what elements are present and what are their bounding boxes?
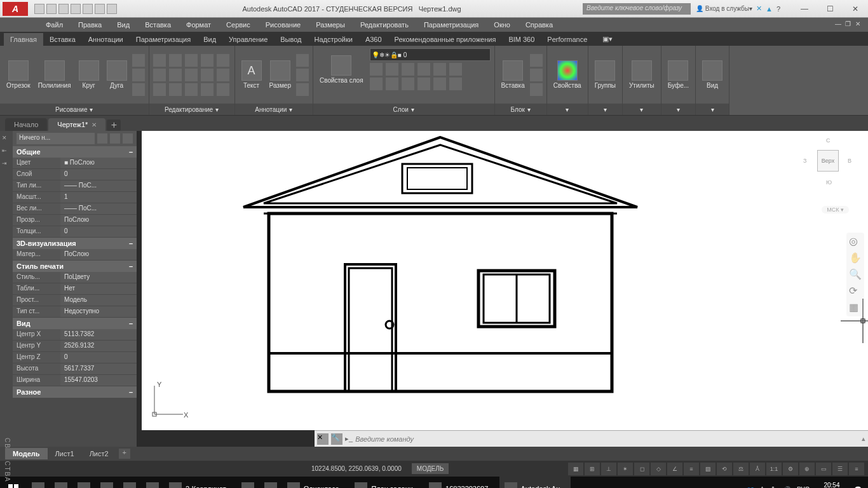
blk-ic-1[interactable] (530, 54, 543, 67)
ribtab-output[interactable]: Вывод (274, 33, 308, 46)
ribtab-performance[interactable]: Performance (541, 33, 593, 46)
status-annomon-icon[interactable]: ⊕ (799, 463, 815, 475)
ribtab-bim360[interactable]: BIM 360 (502, 33, 541, 46)
help-search[interactable]: Введите ключевое слово/фразу (583, 3, 691, 15)
panel-draw-title[interactable]: Рисование ▾ (0, 104, 149, 115)
status-cycle-icon[interactable]: ⟲ (717, 463, 732, 475)
btn-circle[interactable]: Круг (76, 59, 102, 90)
pal-cat[interactable]: Стиль печати– (13, 261, 137, 272)
menu-edit[interactable]: Правка (71, 19, 109, 30)
pal-cat[interactable]: Разное– (13, 386, 137, 398)
selection-combo[interactable]: Ничего н... (17, 133, 95, 144)
mod-stretch-icon[interactable] (153, 83, 166, 96)
pal-cat[interactable]: Общие– (13, 146, 137, 158)
viewcube-top[interactable]: Верх (817, 150, 839, 172)
btn-dimension[interactable]: Размер (267, 59, 294, 90)
lay-ic-10[interactable] (417, 78, 430, 90)
draw-small-3[interactable] (132, 83, 145, 96)
annot-small-3[interactable] (296, 83, 309, 96)
menu-parametric[interactable]: Параметризация (416, 19, 486, 30)
pal-close-icon[interactable]: ✕ (2, 135, 11, 144)
ribtab-parametric[interactable]: Параметризация (130, 33, 197, 46)
annot-small-1[interactable] (296, 54, 309, 67)
status-otrack-icon[interactable]: ∠ (667, 463, 682, 475)
ribtab-featured[interactable]: Рекомендованные приложения (388, 33, 503, 46)
btn-groups[interactable]: Группы (592, 59, 618, 90)
pal-row[interactable]: Толщи...0 (13, 226, 137, 238)
menu-file[interactable]: Файл (38, 19, 71, 30)
drawing-canvas[interactable]: YX С З В Ю Верх МСК ▾ ◎ ✋ 🔍 ⟳ ▦ ✕ 🔧 ▸_ (137, 131, 868, 447)
pal-row[interactable]: Центр X5113.7382 (13, 329, 137, 341)
pal-row[interactable]: Тип ст...Недоступно (13, 306, 137, 318)
tray-notif-icon[interactable]: 💬 (854, 486, 862, 489)
pal-row[interactable]: Ширина15547.0203 (13, 375, 137, 386)
cmd-expand-icon[interactable]: ▴ (862, 435, 865, 443)
tray-vol-icon[interactable]: 🔊 (783, 486, 790, 489)
cmd-close-icon[interactable]: ✕ (317, 433, 329, 445)
mod-erase-icon[interactable] (201, 54, 214, 67)
btn-arc[interactable]: Дуга (104, 59, 130, 90)
ribtab-insert[interactable]: Вставка (43, 33, 82, 46)
status-snap-icon[interactable]: ⊞ (585, 463, 600, 475)
pal-row[interactable]: Центр Z0 (13, 352, 137, 363)
status-grid-icon[interactable]: ▦ (568, 463, 583, 475)
btn-polyline[interactable]: Полилиния (36, 59, 74, 90)
mod-rotate-icon[interactable] (169, 54, 182, 67)
btn-text[interactable]: AТекст (239, 59, 264, 90)
taskbar-item[interactable]: 2-Координат... (164, 477, 236, 488)
lay-ic-11[interactable] (433, 78, 446, 90)
qat-saveas-icon[interactable] (71, 4, 81, 14)
help-icon[interactable]: ? (776, 5, 780, 13)
annot-small-2[interactable] (296, 69, 309, 81)
taskbar-item[interactable] (72, 477, 95, 488)
lay-ic-6[interactable] (449, 63, 462, 76)
tray-people-icon[interactable]: 👥 (747, 486, 754, 489)
filetab-close-icon[interactable]: ✕ (92, 121, 97, 128)
draw-small-1[interactable] (132, 54, 145, 67)
mod-offset-icon[interactable] (217, 69, 229, 81)
menu-draw[interactable]: Рисование (258, 19, 308, 30)
panel-groups-title[interactable]: ▾ (588, 104, 622, 115)
doc-restore-icon[interactable]: ❐ (845, 20, 854, 29)
pal-pin-icon[interactable]: ⇤ (2, 147, 11, 156)
panel-annot-title[interactable]: Аннотации ▾ (235, 104, 313, 115)
pal-row[interactable]: Прозр...ПоСлою (13, 215, 137, 226)
draw-small-2[interactable] (132, 69, 145, 81)
tray-clock[interactable]: 20:5428.03.2019 (816, 482, 848, 488)
mod-mirror-icon[interactable] (169, 69, 182, 81)
ribtab-view[interactable]: Вид (197, 33, 222, 46)
mod-explode-icon[interactable] (217, 54, 229, 67)
app-logo[interactable]: A (3, 2, 28, 16)
taskbar-item[interactable] (236, 477, 259, 488)
lay-ic-1[interactable] (370, 63, 383, 76)
pal-row[interactable]: Стиль...ПоЦвету (13, 272, 137, 283)
lay-ic-7[interactable] (370, 78, 383, 90)
btn-insert-block[interactable]: Вставка (499, 59, 527, 90)
doc-close-icon[interactable]: ✕ (855, 20, 864, 29)
lay-ic-8[interactable] (386, 78, 398, 90)
ribtab-a360[interactable]: A360 (359, 33, 388, 46)
menu-dimension[interactable]: Размеры (308, 19, 353, 30)
mod-move-icon[interactable] (153, 54, 166, 67)
pal-row[interactable]: Центр Y2526.9132 (13, 341, 137, 352)
status-coords[interactable]: 10224.8500, 2250.0639, 0.0000 (305, 465, 408, 472)
layouttab-sheet1[interactable]: Лист1 (48, 448, 82, 459)
nav-wheel-icon[interactable]: ◎ (849, 235, 862, 248)
pal-row[interactable]: Слой0 (13, 169, 137, 180)
status-annovis-icon[interactable]: Å (750, 463, 765, 475)
mod-break-icon[interactable] (217, 83, 229, 96)
mod-array-icon[interactable] (201, 69, 214, 81)
pal-row[interactable]: Тип ли...—— ПоС... (13, 180, 137, 192)
lay-ic-12[interactable] (449, 78, 462, 90)
layouttab-add[interactable]: + (119, 449, 130, 459)
signin-button[interactable]: 👤 Вход в службы▾ (696, 5, 752, 12)
status-scale[interactable]: 1:1 (766, 463, 782, 475)
qat-new-icon[interactable] (34, 4, 44, 14)
btn-view[interactable]: Вид (700, 59, 725, 90)
menu-window[interactable]: Окно (486, 19, 518, 30)
nav-orbit-icon[interactable]: ⟳ (849, 285, 862, 297)
menu-insert[interactable]: Вставка (137, 19, 179, 30)
start-button[interactable] (0, 477, 27, 488)
ribtab-home[interactable]: Главная (4, 33, 43, 46)
qat-plot-icon[interactable] (83, 4, 93, 14)
